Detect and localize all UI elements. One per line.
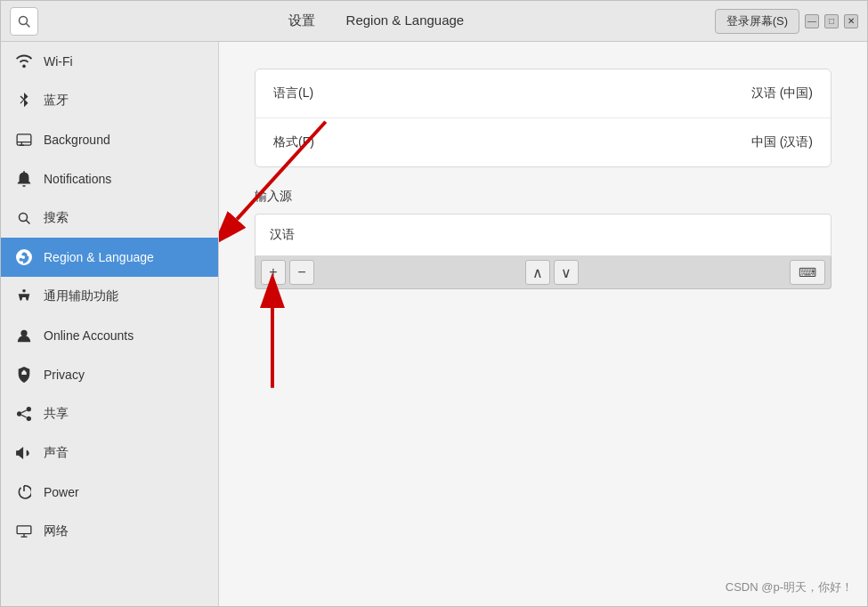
login-screen-button[interactable]: 登录屏幕(S) xyxy=(715,9,799,34)
share-icon xyxy=(15,405,33,423)
sidebar-label-search: 搜索 xyxy=(44,210,69,226)
sidebar-label-privacy: Privacy xyxy=(44,368,85,382)
sidebar-label-accessibility: 通用辅助功能 xyxy=(44,288,118,304)
svg-point-10 xyxy=(27,407,31,411)
sidebar-item-bluetooth[interactable]: 蓝牙 xyxy=(1,81,218,120)
sidebar-item-power[interactable]: Power xyxy=(1,473,218,512)
svg-rect-15 xyxy=(17,526,31,534)
input-source-title: 输入源 xyxy=(255,189,831,205)
titlebar: 设置 Region & Language 登录屏幕(S) — □ ✕ xyxy=(1,1,867,42)
sidebar-label-bluetooth: 蓝牙 xyxy=(44,93,69,109)
maximize-button[interactable]: □ xyxy=(824,14,839,28)
svg-line-7 xyxy=(27,221,30,224)
sidebar-label-network: 网络 xyxy=(44,523,69,539)
notifications-icon xyxy=(15,170,33,188)
sidebar-item-region[interactable]: Region & Language xyxy=(1,238,218,277)
language-settings-group: 语言(L) 汉语 (中国) 格式(F) 中国 (汉语) xyxy=(255,69,831,167)
svg-line-1 xyxy=(27,23,30,27)
sidebar: Wi-Fi 蓝牙 xyxy=(1,42,219,606)
online-accounts-icon xyxy=(15,327,33,344)
sidebar-item-online-accounts[interactable]: Online Accounts xyxy=(1,316,218,355)
format-row[interactable]: 格式(F) 中国 (汉语) xyxy=(256,118,831,166)
input-source-list: 汉语 xyxy=(255,214,831,256)
sidebar-label-power: Power xyxy=(44,485,79,499)
svg-point-12 xyxy=(27,417,31,421)
sidebar-label-share: 共享 xyxy=(44,406,69,422)
search-button[interactable] xyxy=(10,7,38,36)
sidebar-label-wifi: Wi-Fi xyxy=(44,54,73,69)
search-sidebar-icon xyxy=(15,209,33,227)
toolbar-move-buttons: ∧ ∨ xyxy=(525,260,579,285)
input-source-section: 输入源 汉语 + − ∧ ∨ ⌨ xyxy=(255,189,831,289)
sidebar-label-online-accounts: Online Accounts xyxy=(44,328,134,343)
network-icon xyxy=(15,522,33,540)
sidebar-label-sound: 声音 xyxy=(44,445,69,461)
sound-icon xyxy=(15,444,33,462)
language-row[interactable]: 语言(L) 汉语 (中国) xyxy=(256,69,831,118)
sidebar-item-share[interactable]: 共享 xyxy=(1,394,218,433)
sidebar-label-notifications: Notifications xyxy=(44,172,111,186)
sidebar-item-privacy[interactable]: Privacy xyxy=(1,355,218,394)
sidebar-label-region: Region & Language xyxy=(44,250,154,264)
wifi-icon xyxy=(15,53,33,70)
remove-input-source-button[interactable]: − xyxy=(289,260,314,285)
watermark: CSDN @p-明天，你好！ xyxy=(726,579,853,595)
input-source-toolbar: + − ∧ ∨ ⌨ xyxy=(255,256,831,289)
format-label: 格式(F) xyxy=(273,134,314,150)
region-icon xyxy=(15,248,33,266)
minimize-button[interactable]: — xyxy=(805,14,819,28)
content-wrapper: 语言(L) 汉语 (中国) 格式(F) 中国 (汉语) 输入源 汉语 + xyxy=(219,42,867,606)
window-title: Region & Language xyxy=(346,12,465,28)
close-button[interactable]: ✕ xyxy=(844,14,858,28)
sidebar-item-search[interactable]: 搜索 xyxy=(1,198,218,238)
move-up-button[interactable]: ∧ xyxy=(525,260,550,285)
svg-point-9 xyxy=(20,330,27,336)
add-input-source-button[interactable]: + xyxy=(261,260,286,285)
sidebar-title: 设置 xyxy=(288,12,315,28)
sidebar-item-network[interactable]: 网络 xyxy=(1,512,218,551)
keyboard-settings-button[interactable]: ⌨ xyxy=(790,260,825,285)
language-label: 语言(L) xyxy=(273,85,313,101)
app-title: 设置 Region & Language xyxy=(38,12,715,29)
language-value: 汉语 (中国) xyxy=(751,85,813,101)
content-area: 语言(L) 汉语 (中国) 格式(F) 中国 (汉语) 输入源 汉语 + xyxy=(219,42,867,337)
format-value: 中国 (汉语) xyxy=(751,134,813,150)
main-content: Wi-Fi 蓝牙 xyxy=(1,42,867,606)
sidebar-item-wifi[interactable]: Wi-Fi xyxy=(1,42,218,81)
svg-rect-2 xyxy=(17,134,31,145)
svg-point-8 xyxy=(22,289,26,293)
svg-line-14 xyxy=(21,415,26,417)
sidebar-item-notifications[interactable]: Notifications xyxy=(1,159,218,198)
accessibility-icon xyxy=(15,287,33,305)
power-icon xyxy=(15,483,33,501)
sidebar-item-sound[interactable]: 声音 xyxy=(1,433,218,473)
app-window: 设置 Region & Language 登录屏幕(S) — □ ✕ Wi-Fi xyxy=(0,0,868,607)
input-source-item[interactable]: 汉语 xyxy=(256,214,831,255)
window-controls: 登录屏幕(S) — □ ✕ xyxy=(715,9,858,34)
privacy-icon xyxy=(15,366,33,384)
sidebar-label-background: Background xyxy=(44,133,110,147)
sidebar-item-accessibility[interactable]: 通用辅助功能 xyxy=(1,277,218,316)
svg-point-11 xyxy=(17,411,21,416)
move-down-button[interactable]: ∨ xyxy=(554,260,579,285)
background-icon xyxy=(15,131,33,149)
sidebar-item-background[interactable]: Background xyxy=(1,120,218,159)
bluetooth-icon xyxy=(15,92,33,109)
svg-line-13 xyxy=(21,410,26,413)
